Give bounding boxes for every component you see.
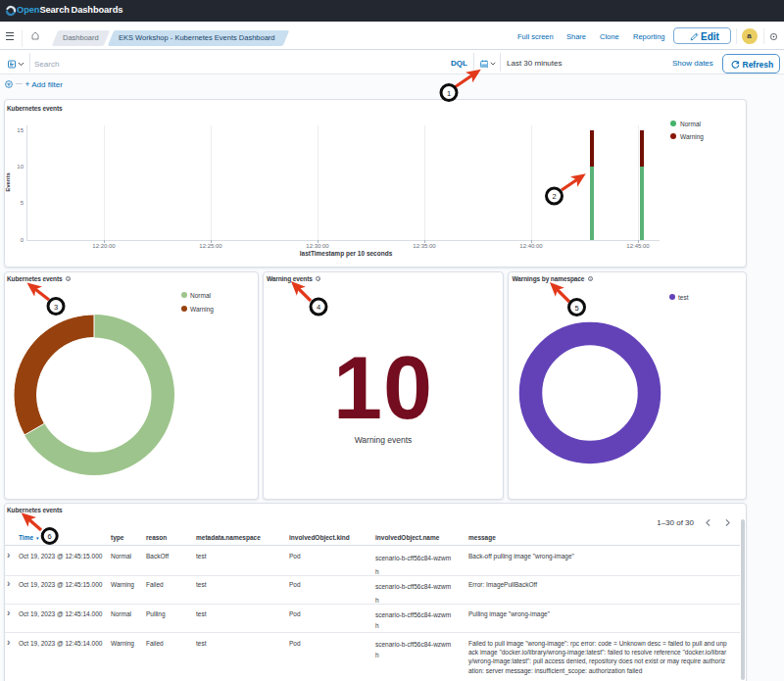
svg-text:1: 1 <box>447 89 451 98</box>
svg-text:5: 5 <box>574 304 578 313</box>
svg-text:2: 2 <box>552 192 556 201</box>
svg-text:4: 4 <box>317 303 320 312</box>
svg-text:3: 3 <box>54 303 58 312</box>
svg-text:6: 6 <box>48 532 52 541</box>
